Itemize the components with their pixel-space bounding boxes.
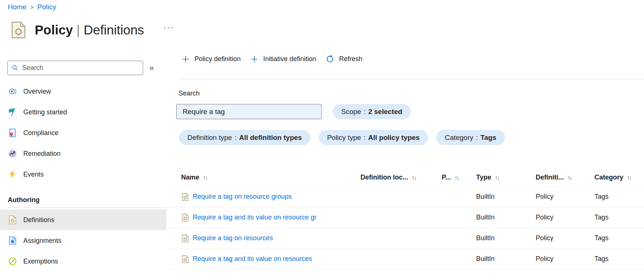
pill-label: Category [445,134,473,142]
breadcrumb-link-home[interactable]: Home [8,3,27,11]
sidebar-item-remediation[interactable]: Remediation [0,143,166,164]
sort-icon: ↑↓ [455,174,459,181]
sidebar-item-assignments[interactable]: Assignments [0,230,166,251]
pill-label: Definition type [187,134,232,142]
plus-icon [182,55,190,63]
pill-label: Scope [341,108,361,116]
page-title-separator: | [77,23,80,37]
sidebar: « Overview Gettin [0,52,166,275]
definition-link[interactable]: Require a tag on resource groups [193,193,292,201]
sidebar-nav: Overview Getting started Compliance [0,81,166,272]
pill-separator: : [364,108,366,116]
column-header-name[interactable]: Name ↑↓ [168,174,360,181]
collapse-sidebar-icon[interactable]: « [149,63,154,73]
pill-separator: : [364,134,366,142]
sidebar-item-label: Assignments [23,237,61,245]
category-cell: Tags [594,214,644,221]
column-header-policies[interactable]: P... ↑↓ [442,174,476,181]
pill-value: All policy types [368,134,420,142]
scope-filter-pill[interactable]: Scope : 2 selected [333,104,411,119]
sidebar-item-overview[interactable]: Overview [0,81,166,102]
plus-icon [250,55,258,63]
table-row[interactable]: Require a tag on resources BuiltIn Polic… [168,228,644,248]
policy-definition-icon [182,193,189,201]
sidebar-item-label: Getting started [23,108,67,116]
column-label: P... [442,174,451,181]
column-label: Definiti... [536,174,564,181]
sort-icon: ↑↓ [495,174,499,181]
table-row[interactable]: Require a tag and its value on resource … [168,207,644,228]
page-title: Policy [35,23,73,37]
divider [8,208,166,208]
policy-definition-icon [182,234,189,242]
remediation-icon [8,149,17,158]
type-cell: BuiltIn [476,234,536,242]
breadcrumb-link-policy[interactable]: Policy [37,3,56,11]
toolbar: Policy definition Initiative definition … [182,55,362,63]
sort-icon: ↑↓ [627,174,631,181]
pill-label: Policy type [327,134,361,142]
definition-type-cell: Policy [536,255,594,263]
pill-separator: : [476,134,478,142]
sidebar-item-compliance[interactable]: Compliance [0,123,166,143]
policy-document-icon [11,21,26,38]
table-row[interactable]: Require a tag on resource groups BuiltIn… [168,186,644,207]
pill-separator: : [234,134,236,142]
sidebar-search-input[interactable] [22,64,139,72]
column-label: Type [476,174,491,181]
search-icon [11,64,19,72]
compliance-icon [8,128,17,137]
toolbar-button-label: Refresh [339,55,362,63]
column-header-definition-type[interactable]: Definiti... ↑↓ [536,174,594,181]
divider [179,79,644,79]
more-options-icon[interactable]: ··· [163,23,175,32]
definition-link[interactable]: Require a tag and its value on resource … [193,214,316,221]
sidebar-item-label: Overview [23,88,51,95]
assignments-icon [8,236,17,245]
column-header-category[interactable]: Category ↑↓ [594,174,644,181]
events-icon [8,170,17,179]
sort-icon: ↑↓ [203,174,207,181]
sidebar-search-box[interactable] [7,61,143,75]
sidebar-item-label: Exemptions [23,258,58,265]
sidebar-item-label: Remediation [23,150,61,158]
policy-definition-icon [182,214,189,222]
policy-type-filter-pill[interactable]: Policy type : All policy types [319,130,428,145]
policy-definition-button[interactable]: Policy definition [182,55,241,63]
refresh-button[interactable]: Refresh [326,55,362,63]
category-filter-pill[interactable]: Category : Tags [436,130,505,145]
filter-pills-row: Definition type : All definition types P… [179,130,505,145]
sidebar-section-authoring: Authoring [0,192,166,208]
name-cell: Require a tag on resources [168,234,360,242]
category-cell: Tags [594,193,644,201]
pill-value: All definition types [239,134,302,142]
sidebar-item-exemptions[interactable]: Exemptions [0,251,166,272]
toolbar-button-label: Initiative definition [263,55,316,63]
definition-link[interactable]: Require a tag and its value on resources [193,255,312,263]
sidebar-item-definitions[interactable]: Definitions [0,209,166,230]
type-cell: BuiltIn [476,214,536,221]
definitions-table: Name ↑↓ Definition loc... ↑↓ P... ↑↓ Typ… [168,168,644,269]
search-label: Search [179,90,200,97]
pill-value: Tags [481,134,496,142]
definition-search-input[interactable] [176,104,322,119]
definition-link[interactable]: Require a tag on resources [193,234,273,242]
page-subtitle: Definitions [84,23,144,37]
table-row[interactable]: Require a tag and its value on resources… [168,248,644,269]
column-header-type[interactable]: Type ↑↓ [476,174,536,181]
sidebar-item-getting-started[interactable]: Getting started [0,102,166,123]
sidebar-item-label: Events [23,171,44,178]
initiative-definition-button[interactable]: Initiative definition [250,55,316,63]
sort-icon: ↑↓ [412,174,416,181]
refresh-icon [326,55,334,63]
sidebar-item-events[interactable]: Events [0,164,166,185]
column-label: Definition loc... [360,174,408,181]
definition-type-filter-pill[interactable]: Definition type : All definition types [179,130,311,145]
type-cell: BuiltIn [476,255,536,263]
name-cell: Require a tag on resource groups [168,193,360,201]
toolbar-button-label: Policy definition [194,55,241,63]
column-label: Name [181,174,199,181]
column-header-definition-location[interactable]: Definition loc... ↑↓ [360,174,442,181]
getting-started-icon [8,108,17,117]
definition-type-cell: Policy [536,193,594,201]
